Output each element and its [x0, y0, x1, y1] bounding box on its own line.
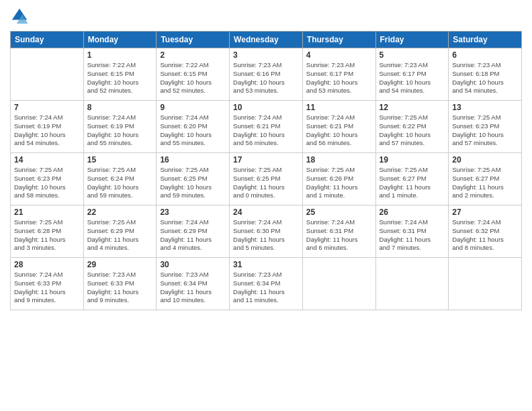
- calendar-cell: 1Sunrise: 7:22 AMSunset: 6:15 PMDaylight…: [83, 48, 157, 101]
- day-number: 11: [306, 103, 372, 112]
- calendar-cell: 19Sunrise: 7:25 AMSunset: 6:27 PMDayligh…: [375, 153, 449, 205]
- day-info: Sunrise: 7:25 AMSunset: 6:29 PMDaylight:…: [87, 218, 153, 253]
- calendar-cell: 5Sunrise: 7:23 AMSunset: 6:17 PMDaylight…: [375, 48, 449, 101]
- day-number: 16: [160, 155, 226, 165]
- day-header-thursday: Thursday: [302, 32, 375, 48]
- day-info: Sunrise: 7:23 AMSunset: 6:17 PMDaylight:…: [380, 61, 445, 95]
- header: [10, 7, 522, 26]
- day-info: Sunrise: 7:25 AMSunset: 6:27 PMDaylight:…: [452, 166, 518, 200]
- day-info: Sunrise: 7:23 AMSunset: 6:33 PMDaylight:…: [87, 271, 153, 305]
- day-info: Sunrise: 7:24 AMSunset: 6:19 PMDaylight:…: [87, 113, 153, 148]
- day-info: Sunrise: 7:24 AMSunset: 6:32 PMDaylight:…: [452, 218, 518, 253]
- calendar-cell: 29Sunrise: 7:23 AMSunset: 6:33 PMDayligh…: [83, 258, 157, 310]
- day-info: Sunrise: 7:22 AMSunset: 6:15 PMDaylight:…: [160, 61, 226, 95]
- day-info: Sunrise: 7:24 AMSunset: 6:29 PMDaylight:…: [160, 218, 226, 253]
- day-number: 25: [306, 208, 372, 217]
- week-row-2: 7Sunrise: 7:24 AMSunset: 6:19 PMDaylight…: [11, 101, 522, 153]
- calendar-cell: 27Sunrise: 7:24 AMSunset: 6:32 PMDayligh…: [449, 205, 522, 258]
- calendar-cell: 4Sunrise: 7:23 AMSunset: 6:17 PMDaylight…: [302, 48, 375, 101]
- day-number: 4: [306, 50, 372, 60]
- day-number: 31: [233, 260, 299, 269]
- day-header-sunday: Sunday: [11, 32, 84, 48]
- week-row-5: 28Sunrise: 7:24 AMSunset: 6:33 PMDayligh…: [11, 258, 522, 310]
- calendar-table: SundayMondayTuesdayWednesdayThursdayFrid…: [10, 31, 522, 310]
- day-info: Sunrise: 7:24 AMSunset: 6:20 PMDaylight:…: [160, 113, 226, 148]
- calendar-cell: [302, 258, 375, 310]
- page: SundayMondayTuesdayWednesdayThursdayFrid…: [0, 0, 532, 411]
- day-header-wednesday: Wednesday: [230, 32, 303, 48]
- day-number: 29: [87, 260, 153, 269]
- day-number: 18: [306, 155, 372, 165]
- day-header-saturday: Saturday: [449, 32, 522, 48]
- day-info: Sunrise: 7:22 AMSunset: 6:15 PMDaylight:…: [87, 61, 153, 95]
- week-row-4: 21Sunrise: 7:25 AMSunset: 6:28 PMDayligh…: [11, 205, 522, 258]
- day-number: 10: [233, 103, 299, 112]
- day-number: 13: [452, 103, 518, 112]
- day-number: 17: [233, 155, 299, 165]
- day-info: Sunrise: 7:25 AMSunset: 6:22 PMDaylight:…: [380, 113, 445, 148]
- calendar-cell: 26Sunrise: 7:24 AMSunset: 6:31 PMDayligh…: [375, 205, 449, 258]
- day-number: 15: [87, 155, 153, 165]
- day-number: 30: [160, 260, 226, 269]
- calendar-cell: 8Sunrise: 7:24 AMSunset: 6:19 PMDaylight…: [83, 101, 157, 153]
- day-number: 20: [452, 155, 518, 165]
- day-info: Sunrise: 7:23 AMSunset: 6:34 PMDaylight:…: [160, 271, 226, 305]
- calendar-cell: 24Sunrise: 7:24 AMSunset: 6:30 PMDayligh…: [230, 205, 303, 258]
- day-number: 5: [380, 50, 445, 60]
- calendar-cell: 2Sunrise: 7:22 AMSunset: 6:15 PMDaylight…: [157, 48, 230, 101]
- calendar-cell: 17Sunrise: 7:25 AMSunset: 6:25 PMDayligh…: [230, 153, 303, 205]
- day-info: Sunrise: 7:25 AMSunset: 6:23 PMDaylight:…: [452, 113, 518, 148]
- day-number: 28: [14, 260, 80, 269]
- calendar-cell: 3Sunrise: 7:23 AMSunset: 6:16 PMDaylight…: [230, 48, 303, 101]
- day-number: 12: [380, 103, 445, 112]
- day-info: Sunrise: 7:24 AMSunset: 6:19 PMDaylight:…: [14, 113, 80, 148]
- day-number: 23: [160, 208, 226, 217]
- calendar-cell: 9Sunrise: 7:24 AMSunset: 6:20 PMDaylight…: [157, 101, 230, 153]
- day-info: Sunrise: 7:25 AMSunset: 6:25 PMDaylight:…: [233, 166, 299, 200]
- calendar-cell: [449, 258, 522, 310]
- calendar-cell: 30Sunrise: 7:23 AMSunset: 6:34 PMDayligh…: [157, 258, 230, 310]
- day-number: 2: [160, 50, 226, 60]
- day-number: 19: [380, 155, 445, 165]
- day-info: Sunrise: 7:24 AMSunset: 6:33 PMDaylight:…: [14, 271, 80, 305]
- day-number: 1: [87, 50, 153, 60]
- day-info: Sunrise: 7:24 AMSunset: 6:21 PMDaylight:…: [306, 113, 372, 148]
- calendar-cell: [375, 258, 449, 310]
- calendar-cell: 31Sunrise: 7:23 AMSunset: 6:34 PMDayligh…: [230, 258, 303, 310]
- calendar-cell: 21Sunrise: 7:25 AMSunset: 6:28 PMDayligh…: [11, 205, 84, 258]
- calendar-cell: 23Sunrise: 7:24 AMSunset: 6:29 PMDayligh…: [157, 205, 230, 258]
- day-info: Sunrise: 7:25 AMSunset: 6:23 PMDaylight:…: [14, 166, 80, 200]
- day-info: Sunrise: 7:24 AMSunset: 6:31 PMDaylight:…: [380, 218, 445, 253]
- day-info: Sunrise: 7:25 AMSunset: 6:25 PMDaylight:…: [160, 166, 226, 200]
- calendar-cell: 16Sunrise: 7:25 AMSunset: 6:25 PMDayligh…: [157, 153, 230, 205]
- calendar-cell: 28Sunrise: 7:24 AMSunset: 6:33 PMDayligh…: [11, 258, 84, 310]
- day-info: Sunrise: 7:25 AMSunset: 6:28 PMDaylight:…: [14, 218, 80, 253]
- calendar-cell: 20Sunrise: 7:25 AMSunset: 6:27 PMDayligh…: [449, 153, 522, 205]
- day-info: Sunrise: 7:25 AMSunset: 6:26 PMDaylight:…: [306, 166, 372, 200]
- calendar-cell: 15Sunrise: 7:25 AMSunset: 6:24 PMDayligh…: [83, 153, 157, 205]
- week-row-1: 1Sunrise: 7:22 AMSunset: 6:15 PMDaylight…: [11, 48, 522, 101]
- day-number: 27: [452, 208, 518, 217]
- day-number: 26: [380, 208, 445, 217]
- day-header-monday: Monday: [83, 32, 157, 48]
- day-info: Sunrise: 7:23 AMSunset: 6:34 PMDaylight:…: [233, 271, 299, 305]
- day-header-tuesday: Tuesday: [157, 32, 230, 48]
- calendar-cell: 12Sunrise: 7:25 AMSunset: 6:22 PMDayligh…: [375, 101, 449, 153]
- day-info: Sunrise: 7:23 AMSunset: 6:16 PMDaylight:…: [233, 61, 299, 95]
- calendar-cell: 10Sunrise: 7:24 AMSunset: 6:21 PMDayligh…: [230, 101, 303, 153]
- calendar-cell: 22Sunrise: 7:25 AMSunset: 6:29 PMDayligh…: [83, 205, 157, 258]
- calendar-cell: 11Sunrise: 7:24 AMSunset: 6:21 PMDayligh…: [302, 101, 375, 153]
- day-info: Sunrise: 7:23 AMSunset: 6:17 PMDaylight:…: [306, 61, 372, 95]
- calendar-cell: 6Sunrise: 7:23 AMSunset: 6:18 PMDaylight…: [449, 48, 522, 101]
- day-info: Sunrise: 7:23 AMSunset: 6:18 PMDaylight:…: [452, 61, 518, 95]
- day-header-friday: Friday: [375, 32, 449, 48]
- day-info: Sunrise: 7:24 AMSunset: 6:31 PMDaylight:…: [306, 218, 372, 253]
- calendar-cell: 13Sunrise: 7:25 AMSunset: 6:23 PMDayligh…: [449, 101, 522, 153]
- day-number: 21: [14, 208, 80, 217]
- day-number: 7: [14, 103, 80, 112]
- day-number: 22: [87, 208, 153, 217]
- day-number: 8: [87, 103, 153, 112]
- svg-marker-0: [12, 9, 27, 20]
- calendar-cell: [11, 48, 84, 101]
- logo: [10, 7, 32, 26]
